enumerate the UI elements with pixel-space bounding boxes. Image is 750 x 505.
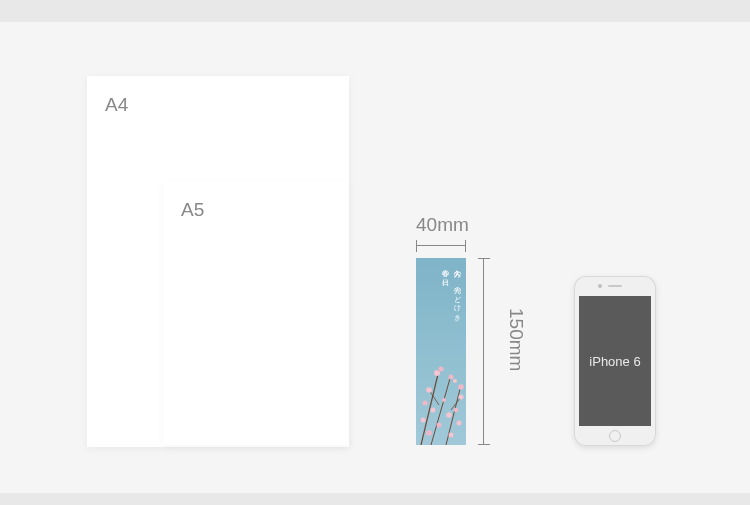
svg-point-13	[431, 408, 436, 413]
phone-camera-icon	[598, 284, 602, 288]
bookmark-height-label: 150mm	[505, 308, 527, 371]
bookmark-poem-text: 久方の 光のどけき 春の日に	[441, 264, 463, 318]
svg-point-9	[453, 379, 457, 383]
phone-speaker-icon	[608, 285, 622, 287]
svg-point-16	[454, 408, 459, 413]
bookmark-product: 久方の 光のどけき 春の日に	[416, 258, 466, 445]
svg-point-21	[449, 433, 454, 438]
bookmark-height-dimension-line	[478, 258, 490, 445]
svg-point-15	[446, 412, 452, 418]
svg-point-6	[439, 367, 444, 372]
phone-screen: iPhone 6	[579, 296, 651, 426]
svg-point-10	[458, 384, 464, 390]
phone-mockup: iPhone 6	[574, 276, 656, 446]
svg-point-14	[442, 398, 446, 402]
svg-point-18	[437, 423, 442, 428]
poem-line: 春の日に	[443, 264, 450, 284]
svg-point-20	[426, 430, 432, 436]
poem-line: 光のどけき	[454, 281, 461, 318]
a4-size-label: A4	[105, 94, 128, 116]
poem-line: 久方の	[454, 264, 461, 275]
svg-point-5	[434, 370, 440, 376]
a5-paper-sheet: A5	[163, 181, 349, 445]
bookmark-width-dimension-line	[416, 240, 466, 252]
phone-model-label: iPhone 6	[589, 354, 640, 369]
svg-point-8	[449, 375, 454, 380]
cherry-blossom-icon	[416, 355, 466, 445]
svg-point-12	[423, 401, 428, 406]
svg-point-17	[421, 418, 426, 423]
bookmark-width-label: 40mm	[416, 214, 469, 236]
svg-point-7	[426, 387, 432, 393]
phone-home-button-icon	[609, 430, 621, 442]
a5-size-label: A5	[181, 199, 204, 221]
svg-point-11	[459, 395, 464, 400]
svg-point-19	[457, 421, 462, 426]
